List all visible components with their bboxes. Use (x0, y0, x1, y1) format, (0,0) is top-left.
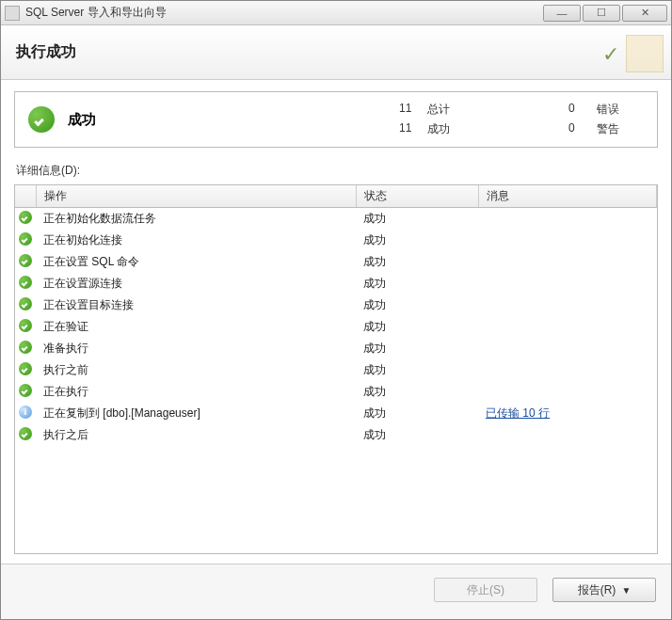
success-icon (19, 341, 32, 354)
table-row[interactable]: 正在设置 SQL 命令成功 (15, 251, 657, 273)
col-icon-header[interactable] (15, 185, 36, 208)
success-icon (19, 384, 32, 397)
row-status-icon-cell (15, 208, 36, 231)
row-status-icon-cell (15, 251, 36, 273)
table-row[interactable]: 准备执行成功 (15, 338, 657, 359)
report-button-label: 报告(R) (578, 582, 616, 598)
table-row[interactable]: 正在初始化数据流任务成功 (15, 208, 657, 231)
table-row[interactable]: 执行之前成功 (15, 359, 657, 381)
close-button[interactable]: ✕ (622, 5, 667, 22)
success-icon (19, 427, 32, 440)
table-row[interactable]: 正在初始化连接成功 (15, 230, 657, 251)
page-header: 执行成功 ✓ (1, 25, 671, 80)
checkmark-icon: ✓ (602, 42, 619, 67)
row-status-icon-cell (15, 338, 36, 359)
table-row[interactable]: 正在设置源连接成功 (15, 273, 657, 294)
row-message (478, 381, 657, 403)
content-area: 成功 11 总计 0 错误 11 成功 0 警告 详细信息(D): 操 (1, 80, 671, 564)
col-message-header[interactable]: 消息 (478, 185, 657, 208)
row-message (478, 251, 657, 273)
row-status: 成功 (356, 251, 478, 273)
wizard-window: SQL Server 导入和导出向导 — ☐ ✕ 执行成功 ✓ 成功 11 总计… (0, 0, 672, 620)
row-operation: 正在设置 SQL 命令 (36, 251, 356, 273)
success-icon (19, 297, 32, 310)
success-icon (19, 319, 32, 332)
minimize-button[interactable]: — (543, 5, 581, 22)
row-operation: 正在设置源连接 (36, 273, 356, 294)
summary-warning-label: 警告 (597, 121, 644, 137)
row-status-icon-cell (15, 424, 36, 446)
table-row[interactable]: 正在验证成功 (15, 316, 657, 338)
row-status-icon-cell (15, 403, 36, 424)
row-message[interactable]: 已传输 10 行 (478, 403, 657, 424)
app-icon (5, 6, 20, 21)
success-icon (19, 254, 32, 267)
row-operation: 正在执行 (36, 381, 356, 403)
footer: 停止(S) 报告(R) ▼ (1, 564, 671, 619)
row-status-icon-cell (15, 316, 36, 338)
summary-error-label: 错误 (597, 102, 644, 118)
row-status-icon-cell (15, 230, 36, 251)
details-label: 详细信息(D): (16, 163, 658, 179)
row-status: 成功 (356, 273, 478, 294)
summary-error-count: 0 (568, 102, 597, 118)
report-button[interactable]: 报告(R) ▼ (552, 578, 656, 602)
row-message (478, 273, 657, 294)
row-status: 成功 (356, 294, 478, 316)
stop-button: 停止(S) (434, 578, 537, 602)
row-message (478, 424, 657, 446)
row-message (478, 230, 657, 251)
stop-button-label: 停止(S) (467, 582, 504, 598)
window-buttons: — ☐ ✕ (543, 5, 667, 22)
table-row[interactable]: 正在设置目标连接成功 (15, 294, 657, 316)
titlebar: SQL Server 导入和导出向导 — ☐ ✕ (1, 1, 671, 25)
row-status-icon-cell (15, 294, 36, 316)
maximize-button[interactable]: ☐ (583, 5, 620, 22)
table-row[interactable]: 正在复制到 [dbo].[Manageuser]成功已传输 10 行 (15, 403, 657, 424)
chevron-down-icon: ▼ (621, 585, 631, 596)
success-icon (28, 106, 55, 133)
table-row[interactable]: 执行之后成功 (15, 424, 657, 446)
row-status: 成功 (356, 424, 478, 446)
row-message (478, 338, 657, 359)
summary-total-label: 总计 (427, 102, 484, 118)
summary-total-count: 11 (399, 102, 427, 118)
page-title: 执行成功 (16, 42, 76, 62)
row-status-icon-cell (15, 381, 36, 403)
message-link[interactable]: 已传输 10 行 (486, 406, 550, 420)
row-operation: 正在复制到 [dbo].[Manageuser] (36, 403, 356, 424)
row-status: 成功 (356, 230, 478, 251)
row-status: 成功 (356, 403, 478, 424)
success-icon (19, 211, 32, 224)
summary-success-count: 11 (399, 121, 427, 137)
row-operation: 执行之前 (36, 359, 356, 381)
summary-success-label: 成功 (427, 121, 484, 137)
row-status: 成功 (356, 208, 478, 231)
row-status-icon-cell (15, 359, 36, 381)
summary-warning-count: 0 (568, 121, 597, 137)
row-status-icon-cell (15, 273, 36, 294)
row-message (478, 208, 657, 231)
row-operation: 正在设置目标连接 (36, 294, 356, 316)
summary-status-label: 成功 (68, 111, 96, 129)
col-operation-header[interactable]: 操作 (36, 185, 356, 208)
row-operation: 正在初始化数据流任务 (36, 208, 356, 231)
row-operation: 执行之后 (36, 424, 356, 446)
details-table: 操作 状态 消息 正在初始化数据流任务成功正在初始化连接成功正在设置 SQL 命… (15, 185, 657, 446)
table-row[interactable]: 正在执行成功 (15, 381, 657, 403)
row-operation: 正在初始化连接 (36, 230, 356, 251)
row-status: 成功 (356, 316, 478, 338)
details-table-container: 操作 状态 消息 正在初始化数据流任务成功正在初始化连接成功正在设置 SQL 命… (14, 184, 658, 554)
success-icon (19, 276, 32, 289)
summary-counts: 11 总计 0 错误 11 成功 0 警告 (399, 102, 644, 137)
row-message (478, 316, 657, 338)
info-icon (19, 405, 32, 419)
window-title: SQL Server 导入和导出向导 (25, 5, 543, 21)
col-status-header[interactable]: 状态 (356, 185, 478, 208)
row-operation: 正在验证 (36, 316, 356, 338)
row-status: 成功 (356, 338, 478, 359)
row-status: 成功 (356, 381, 478, 403)
row-message (478, 359, 657, 381)
row-operation: 准备执行 (36, 338, 356, 359)
header-decoration-icon (626, 35, 664, 72)
